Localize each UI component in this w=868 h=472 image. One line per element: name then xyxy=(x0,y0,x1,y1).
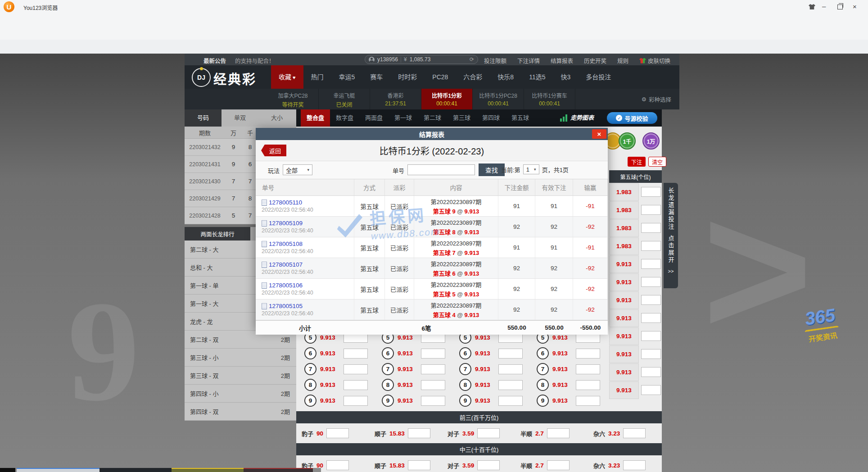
ball-number[interactable]: 6 xyxy=(459,347,471,359)
odds-value[interactable]: 9.913 xyxy=(609,291,639,309)
favorite-lottery-cell[interactable]: 加拿大PC28 等待开奖 xyxy=(267,89,319,109)
bet-input[interactable] xyxy=(421,380,445,390)
bet-input[interactable] xyxy=(576,349,600,359)
bet-input[interactable] xyxy=(344,349,368,359)
dragon-row[interactable]: 第四球 - 小 2期 xyxy=(185,385,296,403)
bet-input[interactable] xyxy=(641,295,661,305)
board-tab[interactable]: 第四球 xyxy=(476,109,506,127)
nav-item[interactable]: 热门 xyxy=(303,65,331,89)
odds-value[interactable]: 3.23 xyxy=(608,462,620,469)
window-fragment[interactable] xyxy=(244,468,313,472)
bet-input[interactable] xyxy=(547,460,570,470)
nav-item[interactable]: 收藏♥ xyxy=(271,65,303,89)
dragon-tab[interactable]: 两面长龙排行 xyxy=(185,227,250,241)
restore-button[interactable] xyxy=(837,5,843,9)
left-tab[interactable]: 大小 xyxy=(258,109,295,127)
ball-number[interactable]: 9 xyxy=(537,395,549,407)
bet-input[interactable] xyxy=(498,349,523,359)
ball-number[interactable]: 7 xyxy=(537,363,549,375)
nav-item[interactable]: 快3 xyxy=(553,65,578,89)
ball-number[interactable]: 7 xyxy=(382,363,394,375)
odds-value[interactable]: 15.83 xyxy=(389,462,405,469)
favorite-lottery-cell[interactable]: 幸运飞艇 已关闭 xyxy=(319,89,370,109)
odds-value[interactable]: 3.23 xyxy=(608,430,620,437)
bet-input[interactable] xyxy=(421,364,445,374)
nav-item[interactable]: PC28 xyxy=(425,65,456,89)
dragon-miss-side-panel[interactable]: 长龙遗漏投注 点击展开 >> xyxy=(664,183,678,288)
bet-input[interactable] xyxy=(477,460,500,470)
odds-value[interactable]: 9.913 xyxy=(609,345,639,363)
odds-value[interactable]: 9.913 xyxy=(609,309,639,327)
bet-input[interactable] xyxy=(641,367,661,377)
link-history[interactable]: 历史开奖 xyxy=(584,56,606,65)
left-tab[interactable]: 号码 xyxy=(185,109,222,127)
nav-item[interactable]: 六合彩 xyxy=(456,65,490,89)
bet-input[interactable] xyxy=(641,241,661,251)
nav-item[interactable]: 时时彩 xyxy=(390,65,425,89)
bet-input[interactable] xyxy=(408,460,430,470)
odds-value[interactable]: 9.913 xyxy=(609,363,639,381)
dragon-row[interactable]: 第四球 - 双 2期 xyxy=(185,403,296,421)
window-fragment[interactable] xyxy=(172,468,244,472)
modal-close-button[interactable]: × xyxy=(592,129,606,139)
order-link[interactable]: 1278005107 xyxy=(262,261,303,268)
bet-input[interactable] xyxy=(421,349,445,359)
favorite-lottery-cell[interactable]: 比特币1分PC28 00:00:41 xyxy=(473,89,524,109)
bet-input[interactable] xyxy=(576,364,600,374)
order-link[interactable]: 1278005108 xyxy=(262,241,303,247)
bet-input[interactable] xyxy=(641,331,661,341)
window-fragment[interactable] xyxy=(99,468,172,472)
order-id[interactable]: 1278005108 xyxy=(269,241,303,247)
ball-number[interactable]: 8 xyxy=(537,379,549,391)
bet-input[interactable] xyxy=(326,460,349,470)
odds-value[interactable]: 9.913 xyxy=(609,255,639,273)
ball-number[interactable]: 7 xyxy=(304,363,316,375)
nav-item[interactable]: 快乐8 xyxy=(490,65,521,89)
ball-number[interactable]: 9 xyxy=(382,395,394,407)
ball-number[interactable]: 6 xyxy=(304,347,316,359)
odds-value[interactable]: 9.913 xyxy=(609,273,639,291)
window-fragment[interactable] xyxy=(17,468,99,472)
order-id[interactable]: 1278005109 xyxy=(269,220,303,227)
favorite-lottery-cell[interactable]: 香港彩 21:37:51 xyxy=(370,89,421,109)
page-select[interactable]: 1 ▾ xyxy=(523,164,539,174)
odds-value[interactable]: 1.983 xyxy=(609,183,639,201)
bet-input[interactable] xyxy=(641,277,661,287)
order-id[interactable]: 1278005105 xyxy=(269,303,303,309)
back-button[interactable]: 返回 xyxy=(261,145,286,156)
ball-number[interactable]: 9 xyxy=(459,395,471,407)
link-bet-limit[interactable]: 投注限额 xyxy=(484,56,506,65)
board-tab[interactable]: 两面盘 xyxy=(359,109,389,127)
bet-input[interactable] xyxy=(641,385,661,395)
link-settle-report[interactable]: 结算报表 xyxy=(551,56,573,65)
nav-item[interactable]: 幸运5 xyxy=(331,65,363,89)
ball-number[interactable]: 8 xyxy=(459,379,471,391)
bet-input[interactable] xyxy=(623,428,646,438)
board-tab[interactable]: 整合盘 xyxy=(301,109,330,127)
bet-input[interactable] xyxy=(498,364,523,374)
order-link[interactable]: 1278005109 xyxy=(262,220,303,227)
bet-input[interactable] xyxy=(421,396,445,406)
favorite-lottery-cell[interactable]: 比特币1分彩 00:00:41 xyxy=(421,89,473,109)
odds-value[interactable]: 3.59 xyxy=(462,462,474,469)
odds-value[interactable]: 3.59 xyxy=(462,430,474,437)
bet-input[interactable] xyxy=(641,313,661,323)
board-tab[interactable]: 第二球 xyxy=(418,109,447,127)
bet-input[interactable] xyxy=(576,380,600,390)
bet-input[interactable] xyxy=(408,428,430,438)
bet-input[interactable] xyxy=(547,428,570,438)
order-id[interactable]: 1278005110 xyxy=(269,199,302,206)
odds-value[interactable]: 1.983 xyxy=(609,219,639,237)
order-link[interactable]: 1278005110 xyxy=(262,199,302,206)
clear-button[interactable]: 清空 xyxy=(648,157,666,167)
bet-input[interactable] xyxy=(498,380,523,390)
bet-input[interactable] xyxy=(344,364,368,374)
ball-number[interactable]: 6 xyxy=(382,347,394,359)
odds-value[interactable]: 1.983 xyxy=(609,237,639,255)
link-skin[interactable]: 皮肤切换 xyxy=(639,56,670,65)
bet-input[interactable] xyxy=(641,205,661,215)
ball-number[interactable]: 8 xyxy=(382,379,394,391)
nav-item[interactable]: 赛车 xyxy=(362,65,390,89)
dragon-row[interactable]: 第三球 - 小 2期 xyxy=(185,349,296,367)
play-select[interactable]: 全部 ▾ xyxy=(283,164,312,175)
